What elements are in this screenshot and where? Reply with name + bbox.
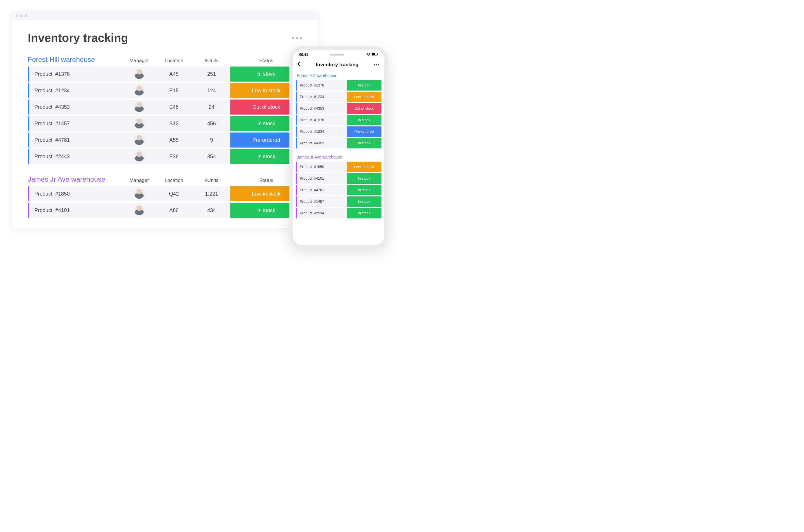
list-item[interactable]: Product#1378In stock	[296, 115, 381, 125]
list-item[interactable]: Product#1234Pre-ordered	[296, 127, 381, 137]
phone-section-title[interactable]: Forest Hill warehouse	[297, 73, 381, 78]
product-name: Product#1850	[297, 165, 347, 169]
phone-more-button[interactable]	[374, 64, 379, 65]
status-badge: In stock	[347, 80, 381, 91]
list-item[interactable]: Product#4101In stock	[296, 173, 381, 184]
manager-cell[interactable]	[123, 205, 155, 215]
location-cell: Q42	[155, 191, 193, 197]
column-header-location: Location	[155, 178, 193, 184]
avatar	[134, 69, 145, 79]
status-badge: In stock	[347, 196, 381, 207]
product-name: Product#4353	[29, 104, 123, 110]
status-badge: Pre-ordered	[347, 127, 381, 137]
manager-cell[interactable]	[123, 69, 155, 79]
location-cell: E48	[155, 104, 193, 110]
product-name: Product#4353	[297, 141, 347, 145]
section-title[interactable]: James Jr Ave warehouse	[28, 175, 123, 184]
product-name: Product#4781	[297, 188, 347, 192]
table-row[interactable]: Product#1457S12456In stock	[28, 116, 302, 131]
back-button[interactable]	[297, 61, 300, 68]
status-badge: In stock	[347, 208, 381, 218]
location-cell: S12	[155, 121, 193, 127]
phone-time: 09:41	[299, 53, 308, 57]
status-badge: In stock	[347, 185, 381, 195]
product-name: Product#1378	[297, 118, 347, 122]
product-name: Product#2534	[297, 211, 347, 215]
status-badge: Low in stock	[347, 92, 381, 102]
list-item[interactable]: Product#1457In stock	[296, 196, 381, 207]
table-row[interactable]: Product#1378A45251In stock	[28, 66, 302, 81]
table-row[interactable]: Product#4101A86434In stock	[28, 203, 302, 218]
avatar	[134, 205, 145, 215]
window-control-dot[interactable]	[24, 15, 27, 17]
status-badge: In stock	[347, 173, 381, 184]
location-cell: A86	[155, 207, 193, 213]
list-item[interactable]: Product#1378In stock	[296, 80, 381, 91]
page-title: Inventory tracking	[28, 32, 128, 44]
product-name: Product#4101	[29, 207, 123, 213]
manager-cell[interactable]	[123, 135, 155, 145]
window-chrome	[12, 12, 318, 20]
product-name: Product#1457	[29, 121, 123, 127]
window-control-dot[interactable]	[20, 15, 23, 17]
list-item[interactable]: Product#4781In stock	[296, 185, 381, 195]
column-header-location: Location	[155, 58, 193, 64]
column-header-manager: Manager	[123, 58, 155, 64]
list-item[interactable]: Product#1234Low in stock	[296, 92, 381, 102]
status-badge: Out of stock	[347, 103, 381, 114]
phone-page-title: Inventory tracking	[316, 62, 358, 68]
avatar	[134, 189, 145, 199]
battery-icon	[372, 53, 378, 57]
product-name: Product#2443	[29, 154, 123, 160]
avatar	[134, 86, 145, 96]
product-name: Product#1234	[29, 88, 123, 94]
manager-cell[interactable]	[123, 86, 155, 96]
avatar	[134, 151, 145, 162]
manager-cell[interactable]	[123, 189, 155, 199]
svg-rect-2	[372, 53, 375, 55]
list-item[interactable]: Product#4353In stock	[296, 138, 381, 148]
list-item[interactable]: Product#1850Low in stock	[296, 162, 381, 172]
table-row[interactable]: Product#2443E36354In stock	[28, 149, 302, 164]
manager-cell[interactable]	[123, 151, 155, 162]
list-item[interactable]: Product#2534In stock	[296, 208, 381, 218]
product-name: Product#4353	[297, 107, 347, 111]
desktop-window: Inventory tracking Forest Hill warehouse…	[12, 12, 318, 228]
product-name: Product#1378	[297, 83, 347, 87]
units-cell: 354	[193, 154, 230, 160]
product-name: Product#4101	[297, 176, 347, 180]
location-cell: E36	[155, 154, 193, 160]
location-cell: A45	[155, 71, 193, 77]
avatar	[134, 102, 145, 112]
product-name: Product#4781	[29, 137, 123, 143]
table-row[interactable]: Product#4353E4824Out of stock	[28, 99, 302, 115]
table-row[interactable]: Product#1850Q421,221Low in stock	[28, 186, 302, 201]
table-row[interactable]: Product#4781A559Pre-ordered	[28, 133, 302, 148]
manager-cell[interactable]	[123, 102, 155, 112]
svg-rect-3	[377, 54, 378, 55]
units-cell: 456	[193, 121, 230, 127]
avatar	[134, 135, 145, 145]
units-cell: 24	[193, 104, 230, 110]
wifi-icon	[367, 53, 371, 57]
product-name: Product#1378	[29, 71, 123, 77]
phone-mock: 09:41 Inventory tracking Forest Hill war…	[289, 46, 388, 249]
column-header-units: #Units	[193, 58, 230, 64]
units-cell: 251	[193, 71, 230, 77]
product-name: Product#1234	[297, 95, 347, 99]
manager-cell[interactable]	[123, 118, 155, 129]
svg-point-0	[368, 55, 369, 56]
more-menu-button[interactable]	[292, 37, 302, 39]
phone-notch	[330, 54, 344, 56]
units-cell: 9	[193, 137, 230, 143]
table-row[interactable]: Product#1234E15124Low in stock	[28, 83, 302, 98]
status-badge: In stock	[347, 138, 381, 148]
location-cell: A55	[155, 137, 193, 143]
units-cell: 124	[193, 88, 230, 94]
phone-section-title[interactable]: James Jr Ave warehouse	[297, 155, 381, 159]
phone-status-bar: 09:41	[293, 50, 384, 60]
window-control-dot[interactable]	[16, 15, 19, 17]
product-name: Product#1234	[297, 130, 347, 134]
section-title[interactable]: Forest Hill warehouse	[28, 56, 123, 64]
list-item[interactable]: Product#4353Out of stock	[296, 103, 381, 114]
